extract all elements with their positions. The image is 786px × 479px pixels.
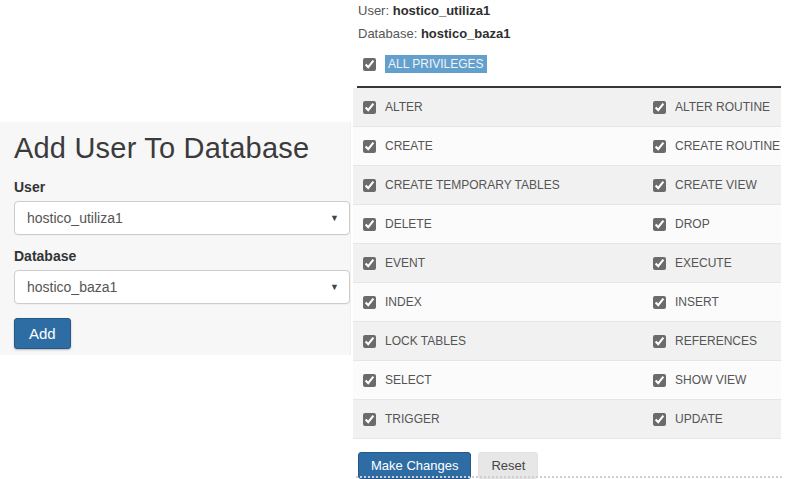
database-select-value: hostico_baza1 <box>27 279 117 295</box>
privilege-cell-update: UPDATE <box>643 412 781 426</box>
privilege-cell-create-temporary-tables: CREATE TEMPORARY TABLES <box>353 178 643 192</box>
database-field-label: Database <box>14 248 336 264</box>
privilege-row: CREATE TEMPORARY TABLESCREATE VIEW <box>353 166 781 205</box>
privilege-checkbox-trigger[interactable] <box>363 413 376 426</box>
privilege-checkbox-create-temporary-tables[interactable] <box>363 179 376 192</box>
privilege-cell-create-view: CREATE VIEW <box>643 178 781 192</box>
chevron-down-icon: ▼ <box>330 213 339 223</box>
privilege-label-lock-tables: LOCK TABLES <box>385 334 466 348</box>
section-bottom-divider <box>356 476 782 478</box>
privilege-checkbox-select[interactable] <box>363 374 376 387</box>
privilege-checkbox-alter[interactable] <box>363 101 376 114</box>
privilege-cell-references: REFERENCES <box>643 334 781 348</box>
privilege-row: DELETEDROP <box>353 205 781 244</box>
privilege-checkbox-alter-routine[interactable] <box>653 101 666 114</box>
privilege-label-event: EVENT <box>385 256 425 270</box>
privilege-row: CREATECREATE ROUTINE <box>353 127 781 166</box>
privilege-checkbox-insert[interactable] <box>653 296 666 309</box>
all-privileges-label: ALL PRIVILEGES <box>385 55 487 73</box>
privilege-label-alter: ALTER <box>385 100 423 114</box>
add-button[interactable]: Add <box>14 318 71 349</box>
privilege-cell-execute: EXECUTE <box>643 256 781 270</box>
privilege-cell-alter: ALTER <box>353 100 643 114</box>
privilege-label-create: CREATE <box>385 139 433 153</box>
privilege-cell-create-routine: CREATE ROUTINE <box>643 139 781 153</box>
privilege-label-show-view: SHOW VIEW <box>675 373 746 387</box>
user-field-label: User <box>14 179 336 195</box>
privilege-cell-create: CREATE <box>353 139 643 153</box>
privilege-label-index: INDEX <box>385 295 422 309</box>
database-info-value: hostico_baza1 <box>421 26 511 41</box>
privilege-checkbox-create-view[interactable] <box>653 179 666 192</box>
privilege-label-trigger: TRIGGER <box>385 412 440 426</box>
privilege-row: TRIGGERUPDATE <box>353 400 781 439</box>
privilege-checkbox-drop[interactable] <box>653 218 666 231</box>
privilege-cell-select: SELECT <box>353 373 643 387</box>
privilege-row: SELECTSHOW VIEW <box>353 361 781 400</box>
add-user-to-database-section: Add User To Database User hostico_utiliz… <box>0 0 352 479</box>
privilege-checkbox-create[interactable] <box>363 140 376 153</box>
privilege-cell-show-view: SHOW VIEW <box>643 373 781 387</box>
privilege-checkbox-execute[interactable] <box>653 257 666 270</box>
user-info-line: User: hostico_utiliza1 <box>358 3 780 19</box>
privileges-header: User: hostico_utiliza1 Database: hostico… <box>352 0 786 42</box>
privilege-label-execute: EXECUTE <box>675 256 732 270</box>
privilege-cell-alter-routine: ALTER ROUTINE <box>643 100 781 114</box>
reset-button[interactable]: Reset <box>478 452 538 479</box>
privileges-table: ALTERALTER ROUTINECREATECREATE ROUTINECR… <box>353 88 781 439</box>
privilege-row: ALTERALTER ROUTINE <box>353 88 781 127</box>
privilege-label-create-routine: CREATE ROUTINE <box>675 139 780 153</box>
privilege-cell-lock-tables: LOCK TABLES <box>353 334 643 348</box>
page-title: Add User To Database <box>14 130 336 166</box>
privilege-row: LOCK TABLESREFERENCES <box>353 322 781 361</box>
all-privileges-row: ALL PRIVILEGES <box>352 55 786 73</box>
privilege-label-create-view: CREATE VIEW <box>675 178 757 192</box>
privilege-label-update: UPDATE <box>675 412 723 426</box>
database-select[interactable]: hostico_baza1 ▼ <box>14 270 350 304</box>
privilege-label-delete: DELETE <box>385 217 432 231</box>
privilege-checkbox-update[interactable] <box>653 413 666 426</box>
privilege-cell-drop: DROP <box>643 217 781 231</box>
privilege-cell-insert: INSERT <box>643 295 781 309</box>
make-changes-button[interactable]: Make Changes <box>358 452 471 479</box>
privilege-checkbox-show-view[interactable] <box>653 374 666 387</box>
privilege-checkbox-event[interactable] <box>363 257 376 270</box>
privilege-checkbox-index[interactable] <box>363 296 376 309</box>
user-info-value: hostico_utiliza1 <box>393 3 491 18</box>
privilege-label-references: REFERENCES <box>675 334 757 348</box>
user-info-label: User: <box>358 3 389 18</box>
privilege-cell-event: EVENT <box>353 256 643 270</box>
privilege-label-select: SELECT <box>385 373 432 387</box>
all-privileges-checkbox[interactable] <box>363 58 376 71</box>
privilege-row: INDEXINSERT <box>353 283 781 322</box>
privilege-checkbox-create-routine[interactable] <box>653 140 666 153</box>
database-info-label: Database: <box>358 26 417 41</box>
add-user-form: Add User To Database User hostico_utiliz… <box>0 122 351 355</box>
privilege-row: EVENTEXECUTE <box>353 244 781 283</box>
privileges-actions: Make Changes Reset <box>352 452 786 479</box>
user-select[interactable]: hostico_utiliza1 ▼ <box>14 201 350 235</box>
privilege-cell-trigger: TRIGGER <box>353 412 643 426</box>
privilege-label-drop: DROP <box>675 217 710 231</box>
chevron-down-icon: ▼ <box>330 282 339 292</box>
privilege-checkbox-lock-tables[interactable] <box>363 335 376 348</box>
privilege-cell-index: INDEX <box>353 295 643 309</box>
privilege-label-insert: INSERT <box>675 295 719 309</box>
privilege-cell-delete: DELETE <box>353 217 643 231</box>
database-info-line: Database: hostico_baza1 <box>358 26 780 42</box>
manage-privileges-section: User: hostico_utiliza1 Database: hostico… <box>352 0 786 479</box>
privilege-label-alter-routine: ALTER ROUTINE <box>675 100 770 114</box>
privilege-checkbox-delete[interactable] <box>363 218 376 231</box>
privilege-checkbox-references[interactable] <box>653 335 666 348</box>
privilege-label-create-temporary-tables: CREATE TEMPORARY TABLES <box>385 178 560 192</box>
user-select-value: hostico_utiliza1 <box>27 210 123 226</box>
